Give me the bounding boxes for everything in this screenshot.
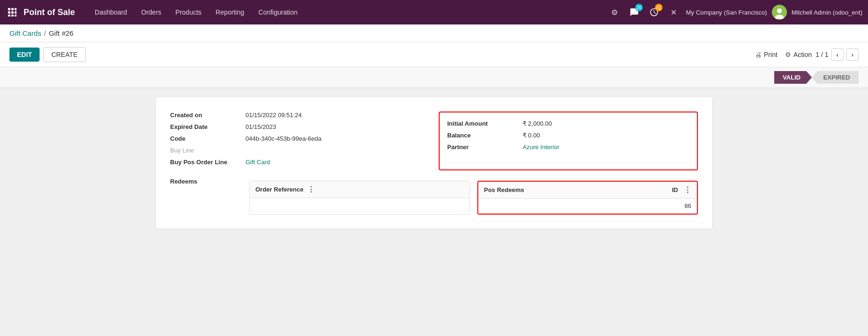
form-top-section: Created on 01/15/2022 09:51:24 Expired D… [170, 112, 698, 170]
id-col-label: ID [672, 186, 678, 193]
menu-products[interactable]: Products [169, 6, 208, 19]
form-right-highlighted: Initial Amount ₹ 2,000.00 Balance ₹ 0.00… [439, 112, 698, 170]
status-expired-button[interactable]: EXPIRED [812, 71, 859, 84]
order-reference-table: Order Reference ⋮ [249, 181, 470, 215]
user-name[interactable]: Mitchell Admin (odoo_ent) [792, 9, 862, 16]
order-reference-header: Order Reference ⋮ [250, 181, 469, 198]
menu-configuration[interactable]: Configuration [252, 6, 304, 19]
balance-row: Balance ₹ 0.00 [447, 132, 689, 139]
breadcrumb-parent[interactable]: Gift Cards [9, 29, 41, 37]
order-reference-empty-row [250, 198, 469, 211]
pos-redeems-header: Pos Redeems ID ⋮ [478, 182, 697, 199]
pos-redeems-row: 86 [478, 199, 697, 214]
redeems-section: Redeems Order Reference ⋮ Pos Redeems [170, 178, 698, 215]
main-content: Created on 01/15/2022 09:51:24 Expired D… [0, 88, 868, 334]
avatar[interactable] [772, 5, 787, 20]
form-card: Created on 01/15/2022 09:51:24 Expired D… [156, 97, 712, 229]
status-bar: VALID EXPIRED [0, 67, 868, 88]
messages-badge: 26 [635, 4, 643, 11]
create-button[interactable]: CREATE [43, 47, 86, 62]
order-reference-col-label: Order Reference [255, 186, 303, 193]
toolbar: EDIT CREATE 🖨 Print ⚙ Action 1 / 1 ‹ › [0, 42, 868, 67]
action-label: Action [794, 51, 812, 58]
action-button[interactable]: ⚙ Action [785, 51, 812, 58]
pos-redeems-table: Pos Redeems ID ⋮ 86 [477, 181, 698, 215]
redeems-label: Redeems [170, 178, 246, 185]
svg-rect-0 [8, 8, 10, 10]
initial-amount-label: Initial Amount [447, 120, 523, 127]
redeems-tables: Order Reference ⋮ Pos Redeems ID ⋮ [249, 181, 698, 215]
menu-reporting[interactable]: Reporting [209, 6, 251, 19]
partner-label: Partner [447, 144, 523, 151]
svg-rect-2 [15, 8, 16, 10]
code-row: Code 044b-340c-453b-99ea-6eda [170, 135, 429, 142]
buy-pos-order-line-label: Buy Pos Order Line [170, 159, 246, 166]
top-menu: Dashboard Orders Products Reporting Conf… [88, 6, 605, 19]
svg-point-10 [777, 8, 782, 13]
activity-icon[interactable]: 41 [647, 5, 662, 20]
pos-redeems-col-label: Pos Redeems [484, 186, 524, 193]
menu-orders[interactable]: Orders [135, 6, 168, 19]
expired-date-value: 01/15/2023 [246, 123, 276, 130]
menu-dashboard[interactable]: Dashboard [88, 6, 134, 19]
prev-page-button[interactable]: ‹ [831, 48, 843, 61]
expired-date-label: Expired Date [170, 123, 246, 130]
grid-icon[interactable] [6, 6, 19, 19]
pagination: 1 / 1 ‹ › [816, 48, 859, 61]
buy-pos-order-line-value[interactable]: Gift Card [246, 159, 270, 166]
svg-rect-3 [8, 11, 10, 14]
buy-line-section: Buy Line [170, 147, 429, 154]
svg-rect-5 [15, 11, 16, 14]
activity-badge: 41 [655, 4, 663, 11]
breadcrumb-separator: / [44, 30, 46, 37]
svg-rect-7 [11, 15, 14, 16]
created-on-row: Created on 01/15/2022 09:51:24 [170, 112, 429, 119]
company-name[interactable]: My Company (San Francisco) [686, 9, 767, 16]
buy-pos-order-row: Buy Pos Order Line Gift Card [170, 159, 429, 166]
breadcrumb-current: Gift #26 [49, 29, 74, 37]
balance-value: ₹ 0.00 [523, 132, 540, 139]
breadcrumb: Gift Cards / Gift #26 [0, 24, 868, 42]
form-left: Created on 01/15/2022 09:51:24 Expired D… [170, 112, 429, 170]
initial-amount-value: ₹ 2,000.00 [523, 120, 552, 127]
created-on-value: 01/15/2022 09:51:24 [246, 112, 302, 119]
close-icon[interactable]: ✕ [666, 5, 681, 20]
settings-icon[interactable]: ⚙ [607, 5, 622, 20]
top-navigation: Point of Sale Dashboard Orders Products … [0, 0, 868, 24]
app-brand: Point of Sale [24, 8, 75, 17]
next-page-button[interactable]: › [846, 48, 859, 61]
pos-redeems-id-value: 86 [663, 202, 691, 209]
partner-value[interactable]: Azure Interior [523, 144, 559, 151]
partner-row: Partner Azure Interior [447, 144, 689, 151]
gear-icon: ⚙ [785, 51, 791, 58]
topnav-right: ⚙ 26 41 ✕ My Company (San Francisco) Mit… [607, 5, 862, 20]
expired-date-row: Expired Date 01/15/2023 [170, 123, 429, 130]
order-reference-kebab-icon[interactable]: ⋮ [303, 185, 315, 194]
code-label: Code [170, 135, 246, 142]
code-value: 044b-340c-453b-99ea-6eda [246, 135, 321, 142]
messages-icon[interactable]: 26 [627, 5, 642, 20]
print-label: Print [764, 51, 778, 58]
printer-icon: 🖨 [755, 51, 762, 58]
toolbar-actions: 🖨 Print ⚙ Action [755, 51, 812, 58]
pagination-text: 1 / 1 [816, 51, 828, 58]
status-valid-button[interactable]: VALID [774, 71, 812, 84]
svg-rect-1 [11, 8, 14, 10]
initial-amount-row: Initial Amount ₹ 2,000.00 [447, 120, 689, 127]
svg-rect-8 [15, 15, 16, 16]
svg-rect-4 [11, 11, 14, 14]
pos-redeems-kebab-icon[interactable]: ⋮ [680, 185, 691, 194]
print-button[interactable]: 🖨 Print [755, 51, 778, 58]
balance-label: Balance [447, 132, 523, 139]
created-on-label: Created on [170, 112, 246, 119]
svg-rect-6 [8, 15, 10, 16]
edit-button[interactable]: EDIT [9, 48, 40, 62]
